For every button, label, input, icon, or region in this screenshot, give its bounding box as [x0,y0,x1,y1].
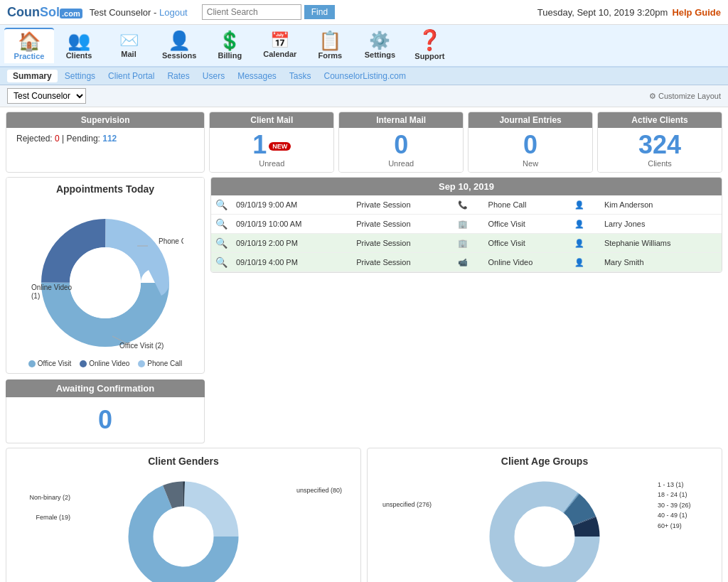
nav-label-forms: Forms [318,51,343,60]
logout-link[interactable]: Logout [159,7,188,18]
nav-item-calendar[interactable]: 📅 Calendar [255,30,305,61]
nav-item-clients[interactable]: 👥 Clients [54,28,104,63]
appointments-widget: Appointments Today Phone Call (1) [6,177,205,374]
appointments-legend: Office Visit Online Video Phone Call [12,360,198,367]
sub-nav-messages[interactable]: Messages [232,70,282,82]
rejected-value: 0 [55,134,60,144]
settings-icon: ⚙️ [369,32,390,49]
age-chart-title: Client Age Groups [375,456,714,467]
find-button[interactable]: Find [304,5,335,19]
nav-item-mail[interactable]: ✉️ Mail [104,30,154,61]
appt-type-4: Private Session [352,253,454,272]
legend-dot-phone [138,360,145,367]
search-input[interactable] [202,4,301,20]
sub-nav-client-portal[interactable]: Client Portal [102,70,160,82]
appt-type-2: Private Session [352,215,454,234]
left-panel: Appointments Today Phone Call (1) [6,177,205,443]
journal-body: 0 New [469,128,592,172]
legend-label-phone: Phone Call [147,360,182,367]
journal-number: 0 [523,132,537,158]
appointments-title: Appointments Today [6,178,204,200]
appt-mode-1: Phone Call [484,195,570,215]
client-icon-3: 👤 [574,239,584,247]
table-row[interactable]: 🔍 09/10/19 9:00 AM Private Session 📞 Pho… [211,195,722,215]
donut-center [70,247,141,318]
phone-icon-1: 📞 [458,200,468,209]
rejected-label: Rejected: [16,134,53,144]
age-label-60plus: 60+ (19) [658,521,714,531]
nav-label-support: Support [414,52,444,60]
internal-mail-box: Internal Mail 0 Unread [338,112,464,173]
support-icon: ❓ [417,31,442,50]
sub-nav-summary[interactable]: Summary [7,70,58,82]
sub-nav-rates[interactable]: Rates [161,70,195,82]
appt-datetime-3: 09/10/19 2:00 PM [232,234,352,253]
client-mail-box: Client Mail 1 NEW Unread [209,112,334,173]
active-clients-body: 324 Clients [598,128,722,172]
nav-item-support[interactable]: ❓ Support [405,28,454,63]
age-label-18-24: 18 - 24 (1) [658,490,714,500]
search-icon-3: 🔍 [215,237,228,249]
appt-client-1: Kim Anderson [600,195,722,215]
client-mail-header: Client Mail [210,112,333,128]
awaiting-body: 0 [6,397,205,443]
nav-item-sessions[interactable]: 👤 Sessions [154,28,205,63]
forms-icon: 📋 [318,31,341,50]
table-row[interactable]: 🔍 09/10/19 4:00 PM Private Session 📹 Onl… [211,253,722,272]
logo-com: .com [60,9,82,18]
age-chart-container: unspecified (276) 1 - 13 (1) 18 - 24 (1)… [375,473,714,582]
client-icon-1: 👤 [574,200,584,209]
age-label-40-49: 40 - 49 (1) [658,510,714,520]
sub-nav-users[interactable]: Users [197,70,230,82]
nav-item-settings[interactable]: ⚙️ Settings [355,29,405,62]
sessions-icon: 👤 [168,31,191,50]
header-right: Tuesday, Sept 10, 2019 3:20pm Help Guide [537,7,721,18]
supervision-text: Rejected: 0 | Pending: 112 [16,134,117,144]
table-row[interactable]: 🔍 09/10/19 2:00 PM Private Session 🏢 Off… [211,234,722,253]
gender-chart-section: Client Genders Non-binary (2) Female (19… [6,448,361,582]
table-row[interactable]: 🔍 09/10/19 10:00 AM Private Session 🏢 Of… [211,215,722,234]
nav-label-billing: Billing [218,51,242,60]
sub-nav-settings[interactable]: Settings [59,70,101,82]
nav-item-forms[interactable]: 📋 Forms [305,28,355,63]
gender-label-female: Female (19) [14,514,70,521]
legend-label-office: Office Visit [38,360,71,367]
nav-item-practice[interactable]: 🏠 Practice [4,28,54,63]
nav-label-practice: Practice [14,52,45,60]
gender-label-unspecified: unspecified (80) [296,487,353,494]
appointments-body: Phone Call (1) Online Video (1) Office V… [6,200,204,373]
toolbar-row: Test Counselor Customize Layout [0,85,728,107]
billing-icon: 💲 [218,31,241,50]
customize-layout-link[interactable]: Customize Layout [649,92,721,101]
awaiting-value: 0 [98,405,112,434]
schedule-header: Sep 10, 2019 [211,178,722,195]
sub-nav-counselorlisting[interactable]: CounselorListing.com [318,70,412,82]
video-icon-4: 📹 [458,258,468,266]
appointments-donut: Phone Call (1) Online Video (1) Office V… [12,212,198,354]
search-icon-4: 🔍 [215,257,228,268]
search-area: Find [202,4,335,20]
gender-labels-right: unspecified (80) [296,487,353,494]
journal-header: Journal Entries [469,112,592,128]
internal-mail-number: 0 [394,132,408,158]
appt-client-2: Larry Jones [600,215,722,234]
gender-chart-title: Client Genders [14,456,353,467]
internal-mail-label: Unread [388,159,414,168]
sub-nav-tasks[interactable]: Tasks [284,70,317,82]
header: CounSol.com Test Counselor - Logout Find… [0,0,728,25]
username: Test Counselor [90,7,151,18]
gender-donut-svg [119,473,247,582]
appt-mode-2: Office Visit [484,215,570,234]
label-online: Online Video [31,284,73,291]
pending-value: 112 [102,134,117,144]
nav-label-sessions: Sessions [162,51,196,60]
nav-item-billing[interactable]: 💲 Billing [205,28,255,63]
supervision-box: Supervision Rejected: 0 | Pending: 112 [6,112,205,173]
help-guide-link[interactable]: Help Guide [672,7,721,18]
mail-icon: ✉️ [119,33,139,48]
nav-label-mail: Mail [121,50,136,58]
journal-label: New [523,159,538,168]
counselor-select[interactable]: Test Counselor [7,88,86,104]
legend-office: Office Visit [28,360,71,367]
label-phone: Phone Call (1) [159,237,183,245]
